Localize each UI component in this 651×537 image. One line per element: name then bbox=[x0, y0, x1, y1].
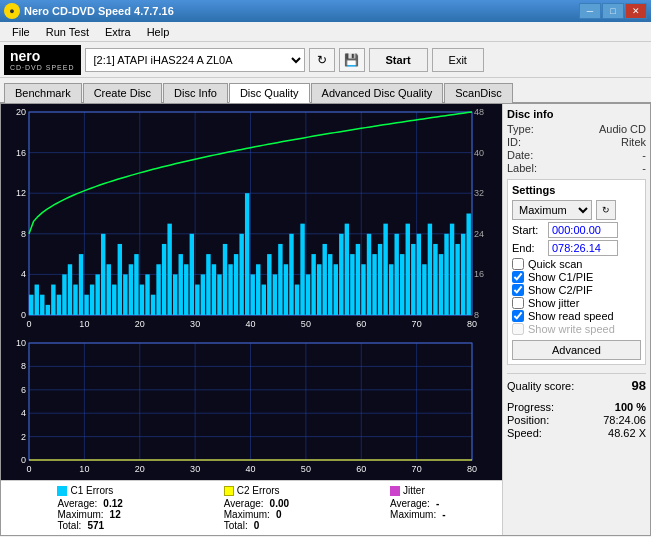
show-write-speed-label: Show write speed bbox=[528, 323, 615, 335]
c1-legend-label: C1 Errors bbox=[70, 485, 113, 496]
id-value: Ritek bbox=[621, 136, 646, 148]
jitter-max-label: Maximum: bbox=[390, 509, 436, 520]
show-c1pie-checkbox[interactable] bbox=[512, 271, 524, 283]
quick-scan-checkbox[interactable] bbox=[512, 258, 524, 270]
nero-logo-text: nero bbox=[10, 48, 75, 64]
show-read-speed-checkbox[interactable] bbox=[512, 310, 524, 322]
show-write-speed-checkbox[interactable] bbox=[512, 323, 524, 335]
c2-legend-box bbox=[224, 486, 234, 496]
menu-bar: File Run Test Extra Help bbox=[0, 22, 651, 42]
start-button[interactable]: Start bbox=[369, 48, 428, 72]
tab-bar: Benchmark Create Disc Disc Info Disc Qua… bbox=[0, 78, 651, 103]
jitter-avg-value: - bbox=[436, 498, 439, 509]
save-button[interactable]: 💾 bbox=[339, 48, 365, 72]
c2-avg-value: 0.00 bbox=[270, 498, 289, 509]
menu-file[interactable]: File bbox=[4, 24, 38, 40]
speed-refresh-button[interactable]: ↻ bbox=[596, 200, 616, 220]
c1-total-value: 571 bbox=[87, 520, 104, 531]
upper-chart bbox=[1, 104, 502, 337]
tab-benchmark[interactable]: Benchmark bbox=[4, 83, 82, 103]
title-bar: ● Nero CD-DVD Speed 4.7.7.16 ─ □ ✕ bbox=[0, 0, 651, 22]
c1-avg-value: 0.12 bbox=[103, 498, 122, 509]
id-label: ID: bbox=[507, 136, 521, 148]
nero-logo: nero CD·DVD SPEED bbox=[4, 45, 81, 75]
jitter-legend-box bbox=[390, 486, 400, 496]
toolbar: nero CD·DVD SPEED [2:1] ATAPI iHAS224 A … bbox=[0, 42, 651, 78]
tab-create-disc[interactable]: Create Disc bbox=[83, 83, 162, 103]
speed-select[interactable]: Maximum 4X 8X bbox=[512, 200, 592, 220]
c1-avg-label: Average: bbox=[57, 498, 97, 509]
settings-section: Settings Maximum 4X 8X ↻ Start: 000:00.0… bbox=[507, 179, 646, 365]
quick-scan-label[interactable]: Quick scan bbox=[528, 258, 582, 270]
c1-total-label: Total: bbox=[57, 520, 81, 531]
end-time-label: End: bbox=[512, 242, 544, 254]
end-time-value: 078:26.14 bbox=[548, 240, 618, 256]
legend: C1 Errors Average: 0.12 Maximum: 12 Tota… bbox=[1, 480, 502, 535]
jitter-legend: Jitter Average: - Maximum: - bbox=[390, 485, 445, 531]
show-jitter-label[interactable]: Show jitter bbox=[528, 297, 579, 309]
quality-score-value: 98 bbox=[632, 378, 646, 393]
show-c2pif-checkbox[interactable] bbox=[512, 284, 524, 296]
jitter-max-value: - bbox=[442, 509, 445, 520]
disc-info-title: Disc info bbox=[507, 108, 646, 120]
start-time-label: Start: bbox=[512, 224, 544, 236]
chart-panel: C1 Errors Average: 0.12 Maximum: 12 Tota… bbox=[1, 104, 503, 535]
main-content: C1 Errors Average: 0.12 Maximum: 12 Tota… bbox=[0, 103, 651, 536]
progress-section: Progress: 100 % Position: 78:24.06 Speed… bbox=[507, 401, 646, 440]
position-label: Position: bbox=[507, 414, 549, 426]
progress-value: 100 % bbox=[615, 401, 646, 413]
right-panel: Disc info Type: Audio CD ID: Ritek Date:… bbox=[503, 104, 650, 535]
jitter-legend-label: Jitter bbox=[403, 485, 425, 496]
jitter-avg-label: Average: bbox=[390, 498, 430, 509]
menu-extra[interactable]: Extra bbox=[97, 24, 139, 40]
type-label: Type: bbox=[507, 123, 534, 135]
app-title: Nero CD-DVD Speed 4.7.7.16 bbox=[24, 5, 174, 17]
exit-button[interactable]: Exit bbox=[432, 48, 484, 72]
date-value: - bbox=[642, 149, 646, 161]
date-label: Date: bbox=[507, 149, 533, 161]
c2-total-label: Total: bbox=[224, 520, 248, 531]
disc-label-value: - bbox=[642, 162, 646, 174]
lower-chart bbox=[1, 337, 502, 480]
c2-legend: C2 Errors Average: 0.00 Maximum: 0 Total… bbox=[224, 485, 289, 531]
drive-selector[interactable]: [2:1] ATAPI iHAS224 A ZL0A bbox=[85, 48, 305, 72]
menu-help[interactable]: Help bbox=[139, 24, 178, 40]
settings-title: Settings bbox=[512, 184, 641, 196]
tab-scan-disc[interactable]: ScanDisc bbox=[444, 83, 512, 103]
c1-max-value: 12 bbox=[110, 509, 121, 520]
tab-disc-quality[interactable]: Disc Quality bbox=[229, 83, 310, 103]
show-jitter-checkbox[interactable] bbox=[512, 297, 524, 309]
c2-max-label: Maximum: bbox=[224, 509, 270, 520]
tab-disc-info[interactable]: Disc Info bbox=[163, 83, 228, 103]
quality-score-label: Quality score: bbox=[507, 380, 574, 392]
maximize-button[interactable]: □ bbox=[602, 3, 624, 19]
position-value: 78:24.06 bbox=[603, 414, 646, 426]
speed-value: 48.62 X bbox=[608, 427, 646, 439]
c2-total-value: 0 bbox=[254, 520, 260, 531]
c1-legend-box bbox=[57, 486, 67, 496]
app-icon: ● bbox=[4, 3, 20, 19]
advanced-button[interactable]: Advanced bbox=[512, 340, 641, 360]
tab-advanced-disc-quality[interactable]: Advanced Disc Quality bbox=[311, 83, 444, 103]
menu-run-test[interactable]: Run Test bbox=[38, 24, 97, 40]
disc-info-section: Disc info Type: Audio CD ID: Ritek Date:… bbox=[507, 108, 646, 175]
c1-max-label: Maximum: bbox=[57, 509, 103, 520]
c2-avg-label: Average: bbox=[224, 498, 264, 509]
show-c1pie-label[interactable]: Show C1/PIE bbox=[528, 271, 593, 283]
minimize-button[interactable]: ─ bbox=[579, 3, 601, 19]
refresh-button[interactable]: ↻ bbox=[309, 48, 335, 72]
progress-label: Progress: bbox=[507, 401, 554, 413]
show-c2pif-label[interactable]: Show C2/PIF bbox=[528, 284, 593, 296]
c1-legend: C1 Errors Average: 0.12 Maximum: 12 Tota… bbox=[57, 485, 122, 531]
show-read-speed-label[interactable]: Show read speed bbox=[528, 310, 614, 322]
close-button[interactable]: ✕ bbox=[625, 3, 647, 19]
quality-score-section: Quality score: 98 bbox=[507, 373, 646, 393]
speed-label: Speed: bbox=[507, 427, 542, 439]
disc-label-label: Label: bbox=[507, 162, 537, 174]
type-value: Audio CD bbox=[599, 123, 646, 135]
c2-max-value: 0 bbox=[276, 509, 282, 520]
nero-logo-sub: CD·DVD SPEED bbox=[10, 64, 75, 71]
start-time-value: 000:00.00 bbox=[548, 222, 618, 238]
c2-legend-label: C2 Errors bbox=[237, 485, 280, 496]
